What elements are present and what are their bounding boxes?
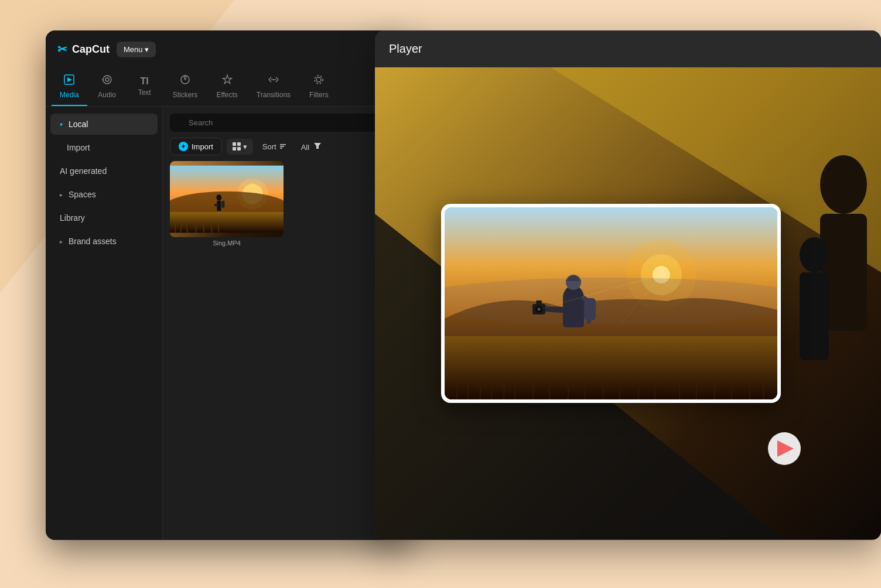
- sidebar-spaces-label: Spaces: [69, 190, 96, 199]
- sidebar-item-library[interactable]: Library: [50, 207, 158, 228]
- tab-text[interactable]: TI Text: [127, 71, 162, 104]
- search-input[interactable]: [170, 114, 402, 132]
- player-panel: Player: [375, 30, 881, 540]
- svg-point-29: [820, 155, 867, 214]
- tab-audio[interactable]: Audio: [90, 68, 125, 106]
- sidebar-item-import[interactable]: Import: [50, 137, 158, 158]
- import-label: Import: [192, 142, 213, 151]
- tab-text-label: Text: [138, 88, 151, 97]
- player-title: Player: [375, 30, 881, 67]
- toolbar: Media Audio TI Text: [46, 68, 409, 107]
- sidebar-item-local[interactable]: Local: [50, 114, 158, 135]
- svg-point-8: [315, 76, 323, 84]
- sidebar-import-label: Import: [67, 143, 90, 152]
- sidebar-brand-label: Brand assets: [69, 237, 117, 246]
- svg-rect-24: [214, 204, 218, 206]
- svg-rect-38: [445, 336, 777, 399]
- view-toggle-button[interactable]: ▾: [227, 139, 253, 155]
- sort-label: Sort: [262, 142, 276, 151]
- svg-rect-9: [233, 142, 236, 146]
- text-icon: TI: [141, 77, 149, 86]
- menu-label: Menu ▾: [124, 45, 149, 54]
- app-name: CapCut: [72, 43, 110, 56]
- import-plus-icon: +: [179, 142, 188, 151]
- svg-rect-10: [237, 142, 241, 146]
- svg-point-2: [103, 76, 111, 84]
- sort-button[interactable]: Sort: [258, 139, 292, 155]
- filters-icon: [313, 74, 325, 88]
- effects-icon: [221, 74, 233, 88]
- menu-button[interactable]: Menu ▾: [117, 42, 156, 57]
- player-video-frame: [441, 204, 781, 403]
- filter-all-button[interactable]: All: [296, 138, 326, 155]
- all-label: All: [301, 143, 309, 152]
- tab-filters-label: Filters: [309, 91, 329, 99]
- media-filename: Sing.MP4: [170, 240, 284, 247]
- search-wrapper: 🔍: [170, 114, 402, 132]
- sidebar-item-ai-generated[interactable]: AI generated: [50, 160, 158, 182]
- player-title-text: Player: [389, 42, 422, 55]
- sidebar-library-label: Library: [60, 213, 85, 223]
- app-header: ✂ CapCut Menu ▾: [46, 30, 409, 68]
- media-panel: 🔍 + Import ▾: [163, 107, 409, 540]
- player-content: [375, 67, 881, 539]
- thumbnail-image: [170, 161, 284, 237]
- sidebar-item-spaces[interactable]: Spaces: [50, 184, 158, 205]
- sidebar: Local Import AI generated Spaces Library…: [46, 107, 163, 540]
- svg-marker-1: [67, 77, 72, 82]
- tab-effects-label: Effects: [216, 91, 237, 99]
- chevron-down-icon: ▾: [243, 142, 247, 151]
- tab-effects[interactable]: Effects: [208, 68, 245, 106]
- sidebar-local-label: Local: [69, 119, 88, 129]
- list-item[interactable]: Sing.MP4: [170, 161, 284, 247]
- tab-stickers[interactable]: Stickers: [165, 68, 206, 106]
- play-cursor[interactable]: [764, 428, 805, 469]
- tab-stickers-label: Stickers: [173, 91, 198, 99]
- svg-rect-43: [536, 300, 542, 304]
- import-button[interactable]: + Import: [170, 138, 222, 155]
- svg-rect-25: [221, 201, 224, 208]
- svg-rect-41: [563, 298, 584, 327]
- tab-media-label: Media: [60, 91, 79, 99]
- svg-marker-16: [314, 143, 321, 149]
- sidebar-item-brand-assets[interactable]: Brand assets: [50, 231, 158, 252]
- tab-transitions[interactable]: Transitions: [248, 68, 299, 106]
- stickers-icon: [179, 74, 191, 88]
- main-content: Local Import AI generated Spaces Library…: [46, 107, 409, 540]
- tab-audio-label: Audio: [98, 91, 116, 99]
- svg-rect-12: [237, 147, 241, 151]
- sidebar-ai-label: AI generated: [60, 166, 107, 176]
- tab-transitions-label: Transitions: [257, 91, 291, 99]
- audio-icon: [101, 74, 113, 88]
- media-grid: Sing.MP4: [170, 161, 402, 247]
- media-icon: [63, 74, 75, 88]
- player-video: [445, 207, 777, 399]
- scene-background: [375, 67, 881, 539]
- svg-point-7: [316, 77, 321, 82]
- svg-point-3: [105, 78, 109, 81]
- app-logo: ✂ CapCut: [57, 42, 110, 56]
- svg-point-47: [538, 308, 540, 310]
- transitions-icon: [268, 74, 279, 88]
- svg-point-31: [800, 237, 829, 272]
- svg-rect-11: [233, 147, 236, 151]
- tab-media[interactable]: Media: [52, 68, 87, 106]
- svg-rect-32: [800, 272, 829, 360]
- app-window: ✂ CapCut Menu ▾ Media: [46, 30, 409, 540]
- logo-icon: ✂: [57, 42, 67, 56]
- media-toolbar: + Import ▾ Sort: [170, 138, 402, 155]
- tab-filters[interactable]: Filters: [301, 68, 337, 106]
- svg-point-22: [216, 194, 221, 201]
- svg-rect-46: [584, 298, 596, 320]
